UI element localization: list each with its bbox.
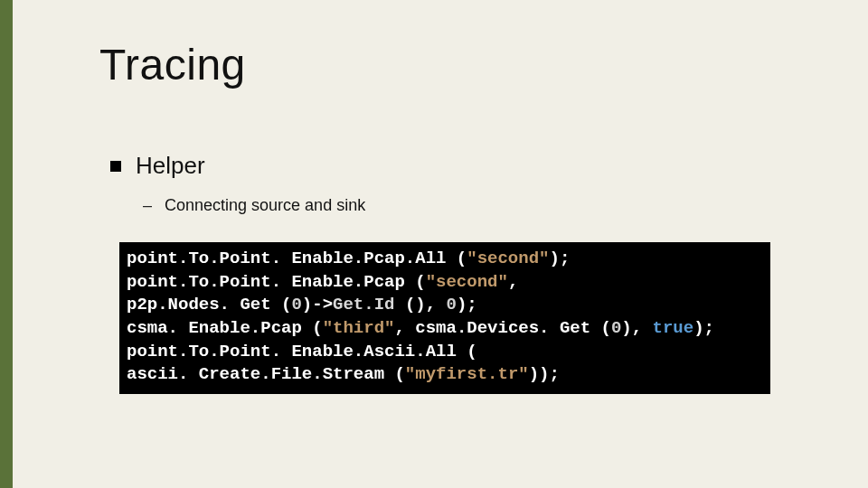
slide: Tracing Helper – Connecting source and s… bbox=[13, 0, 868, 488]
code-line-2: point.To.Point. Enable.Pcap ("second", bbox=[127, 271, 763, 295]
code-block: point.To.Point. Enable.Pcap.All ("second… bbox=[119, 242, 770, 394]
code-line-4: csma. Enable.Pcap ("third", csma.Devices… bbox=[127, 317, 763, 341]
code-line-5: point.To.Point. Enable.Ascii.All ( bbox=[127, 341, 763, 364]
square-bullet-icon bbox=[110, 161, 121, 172]
slide-accent-bar bbox=[0, 0, 13, 488]
bullet-level1: Helper bbox=[110, 152, 796, 180]
dash-bullet-icon: – bbox=[143, 196, 152, 215]
bullet-text: Helper bbox=[136, 152, 205, 180]
code-line-3: p2p.Nodes. Get (0)->Get.Id (), 0); bbox=[127, 294, 763, 317]
slide-body: Helper – Connecting source and sink bbox=[110, 152, 796, 215]
code-line-1: point.To.Point. Enable.Pcap.All ("second… bbox=[127, 248, 763, 271]
bullet-level2: – Connecting source and sink bbox=[143, 196, 796, 215]
slide-title: Tracing bbox=[99, 40, 246, 89]
sub-bullet-text: Connecting source and sink bbox=[165, 196, 365, 215]
code-line-6: ascii. Create.File.Stream ("myfirst.tr")… bbox=[127, 363, 763, 387]
